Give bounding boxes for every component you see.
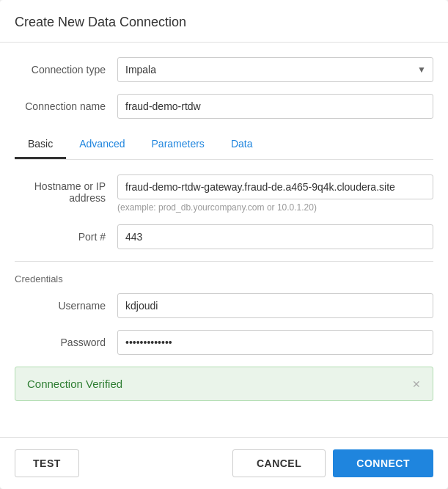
hostname-hint: (example: prod_db.yourcompany.com or 10.… <box>117 202 433 213</box>
connection-name-label: Connection name <box>15 100 117 112</box>
hostname-field-wrapper: (example: prod_db.yourcompany.com or 10.… <box>117 174 433 213</box>
tab-parameters[interactable]: Parameters <box>139 130 218 159</box>
port-input[interactable] <box>117 224 433 249</box>
connection-name-row: Connection name <box>15 94 433 119</box>
credentials-divider <box>15 261 433 262</box>
username-row: Username <box>15 293 433 318</box>
dialog-title: Create New Data Connection <box>0 0 448 43</box>
tab-basic[interactable]: Basic <box>15 130 66 159</box>
tab-advanced[interactable]: Advanced <box>66 130 138 159</box>
port-label: Port # <box>15 231 117 243</box>
tab-data[interactable]: Data <box>218 130 266 159</box>
password-input[interactable] <box>117 330 433 355</box>
password-row: Password <box>15 330 433 355</box>
connection-type-select[interactable]: Impala <box>117 57 433 82</box>
footer-right-buttons: CANCEL CONNECT <box>232 449 433 477</box>
connection-verified-banner: Connection Verified ✕ <box>15 367 433 401</box>
connect-button[interactable]: CONNECT <box>333 449 433 477</box>
connection-type-label: Connection type <box>15 64 117 76</box>
test-button[interactable]: TEST <box>15 449 79 477</box>
connection-type-select-wrapper: Impala ▼ <box>117 57 433 82</box>
connection-type-row: Connection type Impala ▼ <box>15 57 433 82</box>
create-connection-dialog: Create New Data Connection Connection ty… <box>0 0 448 489</box>
hostname-input[interactable] <box>117 174 433 199</box>
dialog-footer: TEST CANCEL CONNECT <box>0 437 448 489</box>
hostname-row: Hostname or IP address (example: prod_db… <box>15 174 433 213</box>
password-label: Password <box>15 337 117 348</box>
verified-text: Connection Verified <box>27 378 122 390</box>
connection-name-input[interactable] <box>117 94 433 119</box>
username-input[interactable] <box>117 293 433 318</box>
hostname-label: Hostname or IP address <box>15 174 117 204</box>
port-row: Port # <box>15 224 433 249</box>
username-label: Username <box>15 300 117 312</box>
cancel-button[interactable]: CANCEL <box>232 449 326 477</box>
close-banner-button[interactable]: ✕ <box>412 379 421 389</box>
tabs-container: Basic Advanced Parameters Data <box>15 130 433 160</box>
credentials-label: Credentials <box>15 273 433 284</box>
form-body: Connection type Impala ▼ Connection name… <box>0 43 448 437</box>
